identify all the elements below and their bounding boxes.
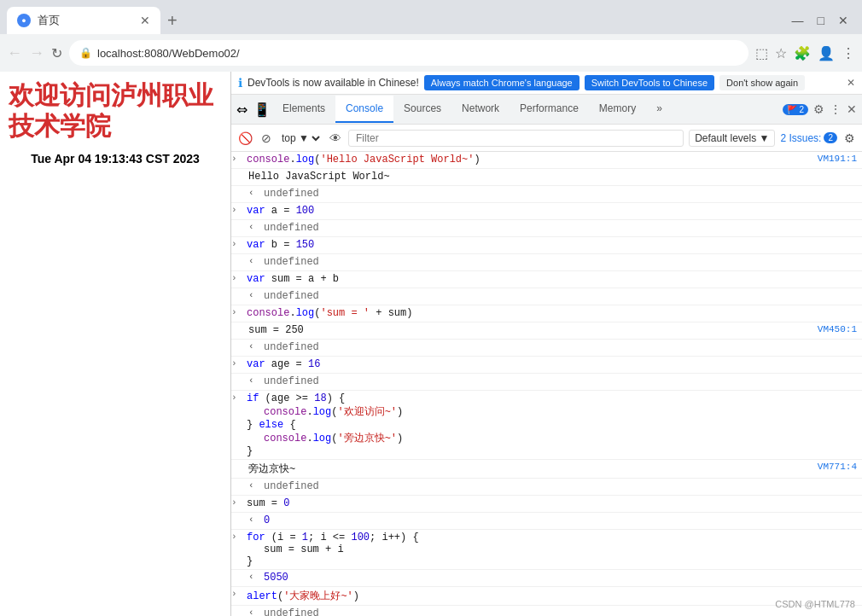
console-code: var age = 16 xyxy=(247,358,857,370)
window-minimize-button[interactable]: — xyxy=(792,14,804,27)
dont-show-button[interactable]: Don't show again xyxy=(719,75,805,90)
expand-arrow[interactable]: › xyxy=(231,154,243,164)
result-arrow: ‹ xyxy=(248,572,260,582)
source-link[interactable]: VM771:4 xyxy=(818,462,857,472)
context-selector[interactable]: top ▼ xyxy=(278,131,323,145)
security-icon: 🔒 xyxy=(79,47,92,59)
console-result-line: ‹ undefined xyxy=(231,186,862,203)
nav-bar: ← → ↻ 🔒 localhost:8080/WebDemo02/ ⬚ ☆ 🧩 … xyxy=(0,34,862,72)
address-text: localhost:8080/WebDemo02/ xyxy=(97,47,240,60)
source-link[interactable]: VM191:1 xyxy=(818,154,857,164)
profile-icon[interactable]: 👤 xyxy=(818,45,835,61)
console-output: › console.log('Hello JavaScript World~')… xyxy=(231,152,862,616)
result-arrow: ‹ xyxy=(248,341,260,352)
output-value: 旁边京快~ xyxy=(248,462,818,476)
tab-sources[interactable]: Sources xyxy=(393,96,451,123)
back-button[interactable]: ← xyxy=(7,44,22,62)
switch-chinese-button[interactable]: Switch DevTools to Chinese xyxy=(585,75,714,90)
log-levels-button[interactable]: Default levels ▼ xyxy=(689,130,775,147)
console-line: › if (age >= 18) { console.log('欢迎访问~') … xyxy=(231,391,862,460)
source-link[interactable]: VM450:1 xyxy=(818,324,857,334)
result-value: 0 xyxy=(264,514,270,526)
tab-elements[interactable]: Elements xyxy=(272,96,335,123)
match-language-button[interactable]: Always match Chrome's language xyxy=(424,75,580,90)
devtools-dock-button[interactable]: ⇔ xyxy=(231,102,252,118)
page-date: Tue Apr 04 19:13:43 CST 2023 xyxy=(9,152,222,166)
expand-arrow[interactable]: › xyxy=(231,497,243,508)
tab-favicon: ● xyxy=(17,14,31,27)
forward-button[interactable]: → xyxy=(29,44,44,62)
expand-arrow[interactable]: › xyxy=(231,239,243,249)
filter-toggle-button[interactable]: ⊘ xyxy=(259,130,273,147)
result-arrow: ‹ xyxy=(248,290,260,300)
eye-button[interactable]: 👁 xyxy=(328,130,343,147)
console-result-line: ‹ undefined xyxy=(231,340,862,357)
devtools-mobile-button[interactable]: 📱 xyxy=(252,102,272,118)
console-line: › sum = 0 xyxy=(231,496,862,513)
console-output-line: sum = 250 VM450:1 xyxy=(231,323,862,340)
clear-console-button[interactable]: 🚫 xyxy=(236,130,254,147)
undefined-result: undefined xyxy=(264,607,319,616)
expand-arrow[interactable]: › xyxy=(231,205,243,215)
console-line: › var age = 16 xyxy=(231,357,862,374)
tab-console[interactable]: Console xyxy=(335,96,393,123)
console-result-line: ‹ undefined xyxy=(231,606,862,616)
tab-network[interactable]: Network xyxy=(451,96,510,123)
window-close-button[interactable]: ✕ xyxy=(838,14,848,27)
cast-icon[interactable]: ⬚ xyxy=(755,45,768,61)
undefined-result: undefined xyxy=(264,290,319,302)
bookmark-icon[interactable]: ☆ xyxy=(775,45,787,61)
info-bar-close-button[interactable]: ✕ xyxy=(847,77,855,89)
web-content-area: 欢迎访问泸州职业技术学院 Tue Apr 04 19:13:43 CST 202… xyxy=(0,72,230,616)
window-maximize-button[interactable]: □ xyxy=(818,14,824,27)
expand-arrow[interactable]: › xyxy=(231,392,243,403)
console-line: › var b = 150 xyxy=(231,237,862,254)
console-code: console.log('Hello JavaScript World~') xyxy=(247,154,818,166)
extensions-icon[interactable]: 🧩 xyxy=(794,45,811,61)
expand-arrow[interactable]: › xyxy=(231,589,243,599)
issues-label: 2 Issues: xyxy=(780,132,821,144)
result-arrow: ‹ xyxy=(248,514,260,525)
address-bar[interactable]: 🔒 localhost:8080/WebDemo02/ xyxy=(69,40,748,66)
issues-settings-button[interactable]: ⚙ xyxy=(842,130,857,147)
settings-button[interactable]: ⚙ xyxy=(813,102,824,116)
browser-nav-icons: ⬚ ☆ 🧩 👤 ⋮ xyxy=(755,45,855,61)
page-content: 欢迎访问泸州职业技术学院 Tue Apr 04 19:13:43 CST 202… xyxy=(0,72,862,616)
console-code: sum = 0 xyxy=(247,497,857,509)
issues-number: 2 xyxy=(824,132,837,143)
result-arrow: ‹ xyxy=(248,480,260,491)
browser-tab[interactable]: ● 首页 ✕ xyxy=(7,7,160,34)
expand-arrow[interactable]: › xyxy=(231,273,243,283)
more-options-button[interactable]: ⋮ xyxy=(830,102,842,116)
undefined-result: undefined xyxy=(264,188,319,200)
console-line: › var a = 100 xyxy=(231,203,862,220)
console-code: console.log('sum = ' + sum) xyxy=(247,307,857,319)
close-devtools-button[interactable]: ✕ xyxy=(847,102,857,116)
expand-arrow[interactable]: › xyxy=(231,307,243,317)
new-tab-button[interactable]: + xyxy=(167,11,178,31)
tab-title: 首页 xyxy=(38,13,60,28)
issues-count: 2 Issues: 2 xyxy=(780,132,837,144)
devtools-panel: ℹ DevTools is now available in Chinese! … xyxy=(230,72,862,616)
output-value: sum = 250 xyxy=(248,324,818,336)
filter-input[interactable] xyxy=(348,130,684,147)
tab-bar: ● 首页 ✕ + — □ ✕ xyxy=(0,0,862,34)
devtools-tab-icons: 🚩 2 ⚙ ⋮ ✕ xyxy=(783,102,862,116)
tab-close-button[interactable]: ✕ xyxy=(140,14,150,27)
tab-performance[interactable]: Performance xyxy=(510,96,589,123)
tab-memory[interactable]: Memory xyxy=(589,96,646,123)
devtools-toolbar: 🚫 ⊘ top ▼ 👁 Default levels ▼ 2 Issues: 2… xyxy=(231,125,862,152)
undefined-result: undefined xyxy=(264,375,319,387)
issues-button[interactable]: 🚩 2 xyxy=(783,104,808,115)
menu-icon[interactable]: ⋮ xyxy=(842,45,855,61)
tab-more[interactable]: » xyxy=(646,96,673,123)
expand-arrow[interactable]: › xyxy=(231,358,243,369)
console-result-line: ‹ 5050 xyxy=(231,570,862,587)
undefined-result: undefined xyxy=(264,341,319,353)
refresh-button[interactable]: ↻ xyxy=(51,45,62,61)
expand-arrow[interactable]: › xyxy=(231,532,243,542)
console-output-line: Hello JavaScript World~ xyxy=(231,169,862,186)
info-message: DevTools is now available in Chinese! xyxy=(248,77,419,89)
console-line: › alert('大家晚上好~') xyxy=(231,587,862,606)
result-arrow: ‹ xyxy=(248,188,260,198)
